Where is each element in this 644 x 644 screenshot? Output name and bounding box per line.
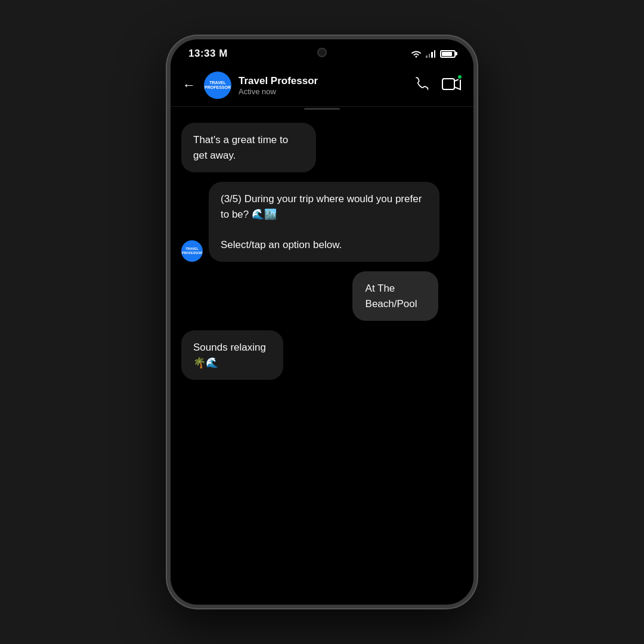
divider bbox=[304, 108, 340, 110]
wifi-icon bbox=[410, 49, 422, 58]
camera-notch bbox=[317, 48, 327, 57]
chat-body: That's a great time to get away. TRAVELP… bbox=[171, 111, 473, 605]
chat-header: ← TRAVEL PROFESSOR Travel Professor Acti… bbox=[171, 64, 473, 107]
message-user-bubble-3: At The Beach/Pool bbox=[352, 271, 439, 321]
message-2-row: TRAVELPROFESSOR (3/5) During your trip w… bbox=[181, 182, 463, 262]
video-button[interactable] bbox=[441, 75, 462, 95]
message-bot-bubble-2: (3/5) During your trip where would you p… bbox=[209, 182, 439, 262]
status-time: 13:33 M bbox=[188, 48, 228, 60]
message-bot-bubble-1: That's a great time to get away. bbox=[181, 123, 316, 172]
call-button[interactable] bbox=[413, 75, 431, 95]
svg-rect-0 bbox=[442, 79, 454, 89]
header-actions bbox=[413, 75, 462, 95]
message-1: That's a great time to get away. bbox=[181, 123, 345, 172]
battery-icon bbox=[440, 50, 456, 58]
svg-marker-1 bbox=[454, 79, 460, 89]
contact-status: Active now bbox=[239, 87, 413, 96]
volume-up-button bbox=[167, 171, 168, 206]
phone-frame: 13:33 M bbox=[167, 36, 477, 608]
avatar-text: TRAVEL PROFESSOR bbox=[204, 78, 231, 93]
message-4: Sounds relaxing 🌴🌊 bbox=[181, 330, 306, 380]
signal-icon bbox=[426, 49, 435, 58]
active-indicator bbox=[457, 74, 463, 80]
bot-avatar-small: TRAVELPROFESSOR bbox=[181, 240, 203, 262]
message-3: At The Beach/Pool bbox=[352, 271, 463, 321]
screen: 13:33 M bbox=[171, 39, 473, 605]
volume-down-button bbox=[167, 218, 168, 278]
back-button[interactable]: ← bbox=[182, 78, 196, 93]
message-bot-bubble-4: Sounds relaxing 🌴🌊 bbox=[181, 330, 283, 380]
contact-info: Travel Professor Active now bbox=[239, 75, 413, 96]
status-icons bbox=[410, 49, 456, 58]
contact-name: Travel Professor bbox=[239, 75, 413, 87]
status-bar: 13:33 M bbox=[171, 39, 473, 64]
contact-avatar: TRAVEL PROFESSOR bbox=[204, 72, 231, 99]
